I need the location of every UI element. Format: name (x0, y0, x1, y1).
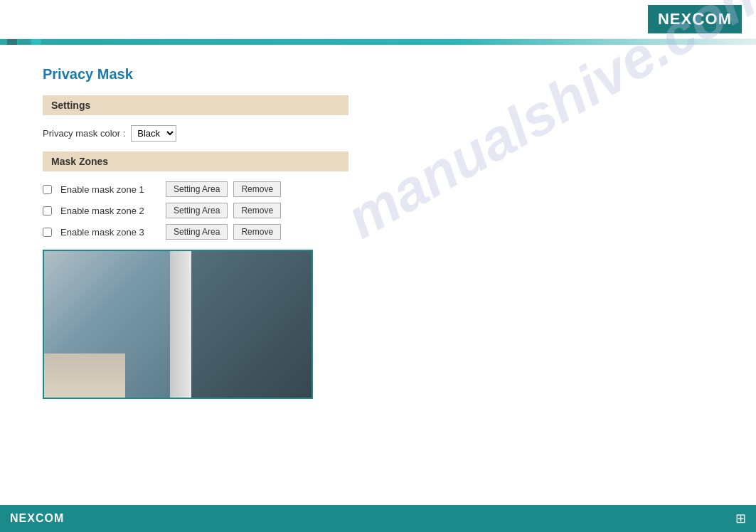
zone3-label: Enable mask zone 3 (60, 227, 160, 238)
zone2-label: Enable mask zone 2 (60, 206, 160, 216)
zone1-checkbox[interactable] (43, 185, 52, 194)
main-content: Privacy Mask Settings Privacy mask color… (0, 45, 756, 420)
zone2-setting-area-button[interactable]: Setting Area (166, 203, 228, 218)
zone1-setting-area-button[interactable]: Setting Area (166, 181, 228, 197)
mask-zones-section: Mask Zones Enable mask zone 1 Setting Ar… (43, 151, 713, 240)
page-title: Privacy Mask (43, 66, 713, 83)
teal-sq2 (19, 39, 29, 45)
zone2-checkbox[interactable] (43, 206, 52, 216)
color-label: Privacy mask color : (43, 128, 125, 139)
zone3-setting-area-button[interactable]: Setting Area (166, 224, 228, 240)
camera-preview-inner (44, 251, 312, 398)
zone1-label: Enable mask zone 1 (60, 184, 160, 195)
color-select[interactable]: Black White Gray (131, 125, 176, 142)
settings-section-header: Settings (43, 95, 348, 115)
teal-sq3 (31, 39, 41, 45)
zone1-remove-button[interactable]: Remove (233, 181, 281, 197)
footer-icon: ⊞ (735, 511, 746, 526)
zone-row-3: Enable mask zone 3 Setting Area Remove (43, 224, 713, 240)
zone3-remove-button[interactable]: Remove (233, 224, 281, 240)
camera-right-panel (191, 251, 312, 398)
zone-row-1: Enable mask zone 1 Setting Area Remove (43, 181, 713, 197)
camera-left-panel (44, 251, 191, 398)
footer: NEXCOM ⊞ (0, 505, 756, 532)
teal-bar (0, 39, 756, 45)
camera-preview (43, 250, 313, 399)
nexcom-logo: NEXCOM (648, 5, 742, 33)
zone3-checkbox[interactable] (43, 228, 52, 237)
logo-x: C (692, 9, 705, 29)
zone-row-2: Enable mask zone 2 Setting Area Remove (43, 203, 713, 218)
header: NEXCOM (0, 0, 756, 39)
footer-logo: NEXCOM (10, 512, 64, 525)
zone2-remove-button[interactable]: Remove (233, 203, 281, 218)
color-setting-row: Privacy mask color : Black White Gray (43, 125, 713, 142)
mask-zones-header: Mask Zones (43, 151, 348, 171)
teal-sq1 (7, 39, 17, 45)
camera-floor (44, 353, 125, 398)
